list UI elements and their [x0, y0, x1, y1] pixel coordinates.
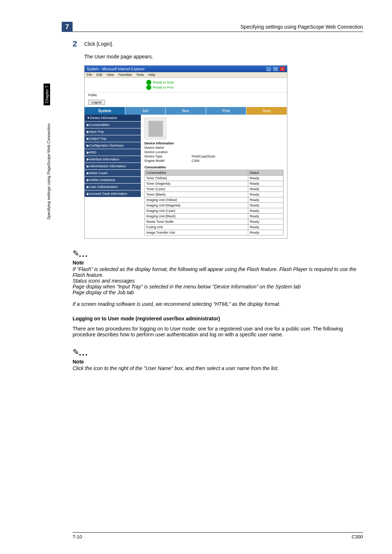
sidebar: ▼Device Information ▶Consumables ▶Input …	[85, 115, 141, 238]
window-title: System - Microsoft Internet Explorer	[87, 67, 145, 71]
table-row: Imaging Unit (Cyan)Ready	[145, 208, 283, 214]
note-icon: ✎• • •	[73, 348, 363, 358]
sidebar-item-hdd[interactable]: ▶HDD	[85, 149, 141, 156]
table-row: Toner (Magenta)Ready	[145, 181, 283, 186]
tab-print[interactable]: Print	[206, 107, 247, 115]
device-info-heading: Device Information	[144, 141, 283, 145]
body-paragraph: There are two procedures for logging on …	[73, 326, 363, 337]
close-icon[interactable]: ×	[280, 67, 285, 71]
table-header: Status	[248, 170, 283, 176]
consumables-heading: Consumables	[144, 165, 283, 169]
footer-model: C300	[352, 534, 363, 539]
menu-view[interactable]: View	[107, 73, 114, 77]
user-label: Public	[88, 93, 97, 97]
sidebar-item-config-summary[interactable]: ▶Configuration Summary	[85, 142, 141, 149]
chapter-number: 7	[62, 22, 73, 32]
consumables-table: ConsumablesStatus Toner (Yellow)Ready To…	[144, 170, 283, 235]
note-label: Note	[73, 260, 363, 266]
main-panel: Device Information Device Name Device Lo…	[141, 115, 287, 238]
section-heading: Logging on to User mode (registered user…	[73, 316, 363, 321]
status-scan: Ready to Scan	[153, 81, 174, 84]
sidebar-item-interface-info[interactable]: ▶Interface Information	[85, 156, 141, 163]
table-row: Toner (Black)Ready	[145, 192, 283, 197]
page-title: Specifying settings using PageScope Web …	[240, 24, 363, 30]
footer-page-number: 7-10	[73, 534, 82, 539]
table-row: Imaging Unit (Black)Ready	[145, 214, 283, 219]
browser-screenshot: System - Microsoft Internet Explorer _ □…	[84, 65, 287, 239]
sidebar-item-consumables[interactable]: ▶Consumables	[85, 122, 141, 128]
table-row: Waste Toner BottleReady	[145, 219, 283, 225]
tab-scan[interactable]: Scan	[246, 107, 287, 115]
step-result: The User mode page appears.	[84, 54, 363, 59]
step-row: 2 Click [Login].	[73, 39, 363, 49]
note-text: If a screen reading software is used, we…	[73, 301, 363, 307]
tab-job[interactable]: Job	[125, 107, 166, 115]
info-key: Device Name	[144, 146, 192, 149]
note-icon: ✎• • •	[73, 249, 363, 259]
page-tabs: System Job Box Print Scan	[85, 107, 287, 115]
device-image	[144, 118, 166, 139]
sidebar-item-admin-info[interactable]: ▶Administrator Information	[85, 163, 141, 170]
page-footer: 7-10 C300	[73, 532, 363, 539]
menu-help[interactable]: Help	[148, 73, 155, 77]
step-number: 2	[73, 39, 84, 49]
sidebar-item-device-information[interactable]: ▼Device Information	[85, 115, 141, 122]
info-val: Print/Copy/Scan	[192, 155, 215, 158]
minimize-icon[interactable]: _	[266, 67, 271, 71]
sidebar-item-meter-count[interactable]: ▶Meter Count	[85, 170, 141, 177]
sidebar-item-input-tray[interactable]: ▶Input Tray	[85, 128, 141, 135]
sidebar-item-online-assistance[interactable]: ▶Online Assistance	[85, 177, 141, 184]
maximize-icon[interactable]: □	[273, 67, 278, 71]
menu-favorites[interactable]: Favorites	[118, 73, 132, 77]
table-header: Consumables	[145, 170, 248, 176]
info-val: C300	[192, 159, 200, 163]
table-row: Fusing UnitReady	[145, 225, 283, 230]
note-label: Note	[73, 359, 363, 365]
chapter-side-tab: Chapter 7	[44, 83, 50, 105]
chapter-side-text: Specifying settings using PageScope Web …	[46, 123, 51, 219]
step-text: Click [Login].	[84, 39, 113, 47]
sidebar-item-account-track[interactable]: ▶Account Track Information	[85, 190, 141, 197]
tab-system[interactable]: System	[85, 107, 125, 115]
menu-file[interactable]: File	[87, 73, 92, 77]
info-key: Device Location	[144, 150, 192, 154]
logout-button[interactable]: Logout	[88, 100, 105, 105]
user-row: Public	[85, 93, 287, 99]
window-titlebar: System - Microsoft Internet Explorer _ □…	[85, 66, 287, 72]
print-ready-icon	[146, 85, 151, 90]
table-row: Toner (Cyan)Ready	[145, 186, 283, 192]
table-row: Imaging Unit (Yellow)Ready	[145, 197, 283, 203]
window-buttons: _ □ ×	[265, 67, 285, 71]
note-text: If "Flash" is selected as the display fo…	[73, 266, 363, 295]
table-row: Image Transfer UnitReady	[145, 230, 283, 235]
page-header: 7 Specifying settings using PageScope We…	[73, 22, 363, 32]
table-row: Imaging Unit (Magenta)Ready	[145, 203, 283, 208]
info-key: Device Type	[144, 155, 192, 158]
menu-tools[interactable]: Tools	[136, 73, 144, 77]
tab-box[interactable]: Box	[166, 107, 206, 115]
browser-menubar: File Edit View Favorites Tools Help	[85, 72, 287, 78]
menu-edit[interactable]: Edit	[97, 73, 102, 77]
status-print: Ready to Print	[153, 86, 173, 89]
sidebar-item-output-tray[interactable]: ▶Output Tray	[85, 135, 141, 142]
scan-ready-icon	[146, 80, 151, 85]
info-key: Engine Model	[144, 159, 192, 163]
note-text: Click the icon to the right of the "User…	[73, 365, 363, 371]
table-row: Toner (Yellow)Ready	[145, 176, 283, 181]
sidebar-item-user-auth[interactable]: ▶User Authentication	[85, 184, 141, 190]
status-area: Ready to Scan Ready to Print	[85, 78, 287, 93]
